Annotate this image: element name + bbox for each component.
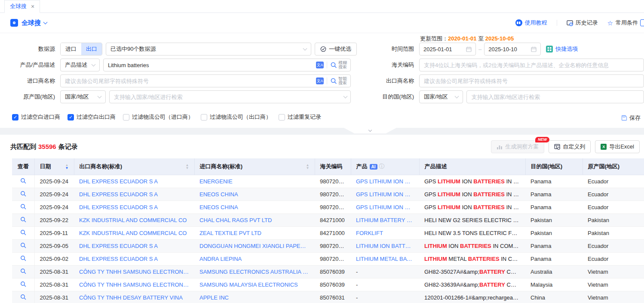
cell-exporter-link[interactable]: CÔNG TY TNHH DESAY BATTERY VINA [74, 291, 194, 303]
origin-country-select[interactable]: 国家/地区 [60, 90, 106, 103]
view-record-button[interactable] [12, 213, 34, 226]
date-from-input[interactable]: 2025-01-01 [419, 43, 476, 56]
view-record-button[interactable] [12, 175, 34, 188]
filter-checkbox-4[interactable]: 过滤重复记录 [279, 113, 321, 121]
table-row: 2025-09-05DHL EXPRESS ECUADOR S ADONGGUA… [12, 239, 644, 252]
view-magnifier-icon [20, 216, 26, 223]
cell-exporter-link[interactable]: KZK INDUSTRIAL AND COMMERCIAL CO [74, 226, 194, 239]
checkbox-icon[interactable] [123, 114, 129, 121]
datasource-select[interactable]: 已选中90个数据源 [106, 43, 311, 56]
export-excel-button[interactable]: X 导出Excel [595, 140, 640, 153]
cell-hs-code: 9807209090 [315, 239, 351, 252]
sort-date-icons[interactable]: ▲▼ [65, 164, 69, 170]
cell-importer-link[interactable]: ZEAL TEXTILE PVT LTD [194, 226, 315, 239]
hs-code-input[interactable] [419, 59, 644, 71]
chevron-down-icon[interactable] [43, 20, 48, 25]
cell-exporter-link[interactable]: KZK INDUSTRIAL AND COMMERCIAL CO [74, 213, 194, 226]
tab-title: 全球搜 [10, 3, 27, 10]
collapse-form-toggle[interactable] [344, 128, 396, 133]
cell-exporter-link[interactable]: CÔNG TY TNHH SAMSUNG ELECTRONICS ... [74, 278, 194, 291]
cell-importer-link[interactable]: DONGGUAN HONGMEI XIANGLI PAPER PR... [194, 239, 315, 252]
cell-exporter-link[interactable]: DHL EXPRESS ECUADOR S A [74, 252, 194, 265]
cell-product[interactable]: LITHIUM ION BATTERY [351, 239, 419, 252]
sort-importer-icons[interactable]: ▲▼ [306, 164, 310, 170]
custom-columns-button[interactable]: 自定义列 [549, 140, 591, 153]
smart-search-button[interactable]: 智能搜索 [330, 77, 347, 85]
view-magnifier-icon [20, 229, 26, 235]
dest-country-input[interactable] [466, 90, 644, 103]
import-toggle[interactable]: 进口 [61, 43, 81, 55]
view-record-button[interactable] [12, 226, 34, 239]
cell-product[interactable]: FORKLIFT [351, 226, 419, 239]
cell-product[interactable]: LITHIUM BATTERY FO... [351, 213, 419, 226]
exporter-input[interactable] [419, 74, 644, 87]
translate-icon[interactable]: 文A [316, 62, 324, 68]
checkbox-icon[interactable]: ✓ [12, 114, 18, 121]
cell-importer-link[interactable]: ENEOS CHINA [194, 188, 315, 201]
dest-country-select[interactable]: 国家/地区 [419, 90, 463, 103]
clipped-more-icon[interactable] [640, 19, 644, 26]
tab-close-icon[interactable]: × [31, 3, 34, 9]
cell-hs-code: 9807209090 [315, 175, 351, 188]
filter-label: 过滤物流公司（进口商） [132, 113, 193, 121]
view-record-button[interactable] [12, 201, 34, 213]
importer-input[interactable] [61, 75, 316, 87]
cell-hs-code: 84271000 [315, 226, 351, 239]
translate-icon[interactable]: 文A [316, 77, 324, 84]
cell-hs-code: 85076039 [315, 278, 351, 291]
filter-checkbox-1[interactable]: ✓过滤空白出口商 [67, 113, 116, 121]
ai-badge: AI [370, 164, 377, 170]
filter-checkbox-0[interactable]: ✓过滤空白进口商 [12, 113, 60, 121]
cell-product[interactable]: LITHIUM METAL BATT... [351, 252, 419, 265]
checkbox-icon[interactable] [279, 114, 285, 121]
checkbox-icon[interactable]: ✓ [67, 114, 74, 121]
save-conditions-button[interactable]: 保存 [621, 114, 641, 122]
cell-exporter-link[interactable]: DHL EXPRESS ECUADOR S A [74, 175, 194, 188]
cell-exporter-link[interactable]: DHL EXPRESS ECUADOR S A [74, 239, 194, 252]
cell-exporter-link[interactable]: DHL EXPRESS ECUADOR S A [74, 201, 194, 213]
export-toggle[interactable]: 出口 [81, 43, 102, 55]
cell-date: 2025-09-05 [34, 239, 74, 252]
info-icon[interactable]: ⓘ [379, 163, 385, 170]
view-record-button[interactable] [12, 291, 34, 303]
cell-product[interactable]: GPS LITHIUM ION BAT... [351, 188, 419, 201]
filter-checkbox-2[interactable]: 过滤物流公司（进口商） [123, 113, 193, 121]
cell-exporter-link[interactable]: DHL EXPRESS ECUADOR S A [74, 188, 194, 201]
cell-importer-link[interactable]: ANDRA LIEPINA [194, 252, 315, 265]
view-record-button[interactable] [12, 278, 34, 291]
new-badge: NEW [535, 137, 549, 142]
tutorial-link[interactable]: 使用教程 [515, 19, 547, 27]
view-record-button[interactable] [12, 239, 34, 252]
quick-options-link[interactable]: 快捷选项 [546, 45, 578, 53]
fuzzy-search-button[interactable]: 模糊搜索 [330, 61, 347, 69]
cell-product[interactable]: GPS LITHIUM ION BAT... [351, 201, 419, 213]
cell-importer-link[interactable]: SAMSUNG ELECTRONICS AUSTRALIA PTY [194, 265, 315, 278]
product-type-select[interactable]: 产品描述 [60, 59, 100, 71]
header-exporter[interactable]: 出口商名称(标准)▲▼ [74, 158, 194, 175]
header-importer[interactable]: 进口商名称(标准)▲▼ [194, 158, 315, 175]
cell-importer-link[interactable]: APPLE INC [194, 291, 315, 303]
view-record-button[interactable] [12, 188, 34, 201]
origin-country-input[interactable] [110, 91, 344, 102]
filter-checkbox-3[interactable]: 过滤物流公司（出口商） [201, 113, 271, 121]
sort-exporter-icons[interactable]: ▲▼ [186, 164, 189, 170]
checkbox-icon[interactable] [201, 114, 207, 121]
history-link[interactable]: 历史记录 [567, 19, 598, 27]
date-to-input[interactable]: 2025-10-10 [484, 43, 541, 56]
favorites-link[interactable]: ☆ 常用条件 [607, 19, 638, 27]
cell-importer-link[interactable]: CHAL CHAL RAGS PVT LTD [194, 213, 315, 226]
cell-exporter-link[interactable]: CÔNG TY TNHH SAMSUNG ELECTRONICS ... [74, 265, 194, 278]
cell-importer-link[interactable]: ENEOS CHINA [194, 201, 315, 213]
one-click-optimize-button[interactable]: 一键优选 [315, 43, 357, 56]
view-record-button[interactable] [12, 265, 34, 278]
cell-origin: Ecuador [583, 252, 644, 265]
cell-importer-link[interactable]: ENERGENIE [194, 175, 315, 188]
product-input[interactable] [104, 59, 316, 71]
tab-global-search[interactable]: 全球搜 × [4, 0, 40, 13]
generate-insight-button[interactable]: 生成洞察方案 NEW [491, 140, 544, 153]
cell-importer-link[interactable]: SAMSUNG MALAYSIA ELECTRONICS [194, 278, 315, 291]
header-date[interactable]: 日期▲▼ [34, 158, 74, 175]
cell-product[interactable]: GPS LITHIUM ION BAT... [351, 175, 419, 188]
header-origin: 原产国(地区) [583, 158, 644, 175]
view-record-button[interactable] [12, 252, 34, 265]
